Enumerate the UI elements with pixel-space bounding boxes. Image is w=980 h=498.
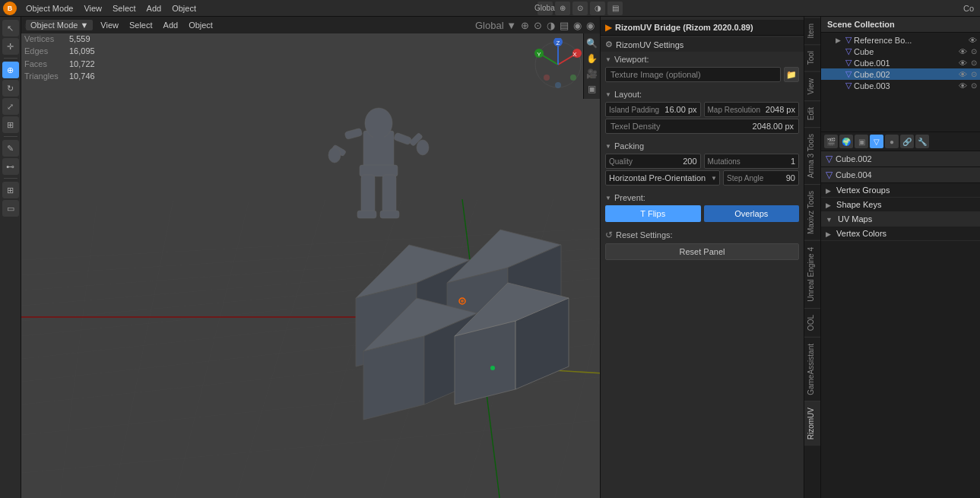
tab-item[interactable]: Item — [804, 17, 820, 44]
cube001-vis[interactable]: ⊙ — [971, 59, 977, 67]
box-select-tool[interactable]: ▭ — [2, 200, 19, 217]
measure-tool[interactable]: ⊷ — [2, 158, 19, 175]
navigation-gizmo[interactable]: X Y Z — [531, 38, 585, 91]
vp-mode-icon[interactable]: ◉ — [572, 19, 582, 32]
cube002-vis[interactable]: ⊙ — [971, 70, 977, 78]
folder-btn[interactable]: 📁 — [784, 67, 799, 82]
tab-gameassistant[interactable]: GameAssistant — [804, 337, 820, 401]
overlaps-btn[interactable]: Overlaps — [704, 205, 800, 222]
shape-keys-section[interactable]: ▶ Shape Keys — [821, 198, 980, 212]
add-menu[interactable]: Add — [160, 19, 182, 31]
cube-eye[interactable]: 👁 — [959, 47, 967, 56]
annotate-tool[interactable]: ✎ — [2, 140, 19, 157]
object-menu[interactable]: Object — [186, 19, 216, 31]
select-tool[interactable]: ↖ — [2, 20, 19, 36]
vertex-groups-section[interactable]: ▶ Vertex Groups — [821, 183, 980, 198]
props-material-icon[interactable]: ● — [885, 135, 899, 148]
move-tool[interactable]: ⊕ — [2, 62, 19, 78]
props-modifier-icon[interactable]: 🔧 — [915, 135, 929, 148]
svg-rect-28 — [373, 135, 384, 142]
snap-btn[interactable]: ⊕ — [555, 2, 570, 15]
vp-global-btn[interactable]: Global ▼ — [474, 19, 517, 32]
menu-add[interactable]: Add — [142, 2, 167, 14]
tree-item-cube[interactable]: ▽ Cube 👁 ⊙ — [821, 46, 980, 57]
props-world-icon[interactable]: 🌍 — [839, 135, 853, 148]
view-tool[interactable]: 🔍 — [585, 36, 599, 50]
orientation-select[interactable]: Horizontal Pre-Orientation — [605, 170, 720, 186]
orientation-wrapper[interactable]: Horizontal Pre-Orientation — [605, 170, 720, 186]
vp-snap-icon[interactable]: ⊕ — [520, 19, 530, 32]
tab-tool[interactable]: Tool — [804, 44, 820, 71]
cube002-label: Cube.002 — [854, 70, 956, 79]
render-tool[interactable]: ▣ — [585, 82, 599, 96]
vertex-colors-section[interactable]: ▶ Vertex Colors — [821, 227, 980, 241]
props-scene-icon[interactable]: 🎬 — [824, 135, 838, 148]
tree-item-ref[interactable]: ▶ ▽ Reference Bo... 👁 — [821, 34, 980, 46]
ref-eye[interactable]: 👁 — [969, 36, 977, 45]
packing-label: Packing — [605, 140, 799, 152]
mutations-field[interactable]: Mutations 1 — [704, 154, 800, 169]
cube003-eye[interactable]: 👁 — [959, 81, 967, 90]
rizom-panel-header: ▶ RizomUV Bridge (Rizom 2020.0.89) — [601, 20, 804, 36]
transform-tool[interactable]: ⊞ — [2, 116, 19, 133]
tree-item-cube002[interactable]: ▽ Cube.002 👁 ⊙ — [821, 68, 980, 80]
menu-object-mode[interactable]: Object Mode — [21, 2, 78, 14]
object-name-row2: ▽ Cube.004 — [821, 167, 980, 183]
cube-vis[interactable]: ⊙ — [971, 47, 977, 56]
tab-arma3[interactable]: Arma 3 Tools — [804, 127, 820, 184]
vp-overlay-icon[interactable]: ◑ — [546, 19, 556, 32]
svg-rect-29 — [344, 128, 363, 139]
props-data-icon[interactable]: ▽ — [870, 135, 883, 148]
reset-panel-btn[interactable]: Reset Panel — [605, 243, 799, 260]
selected-object-name: Cube.002 — [836, 154, 872, 163]
cube001-eye[interactable]: 👁 — [959, 59, 967, 68]
menu-select[interactable]: Select — [108, 2, 141, 14]
tree-item-cube001[interactable]: ▽ Cube.001 👁 ⊙ — [821, 57, 980, 68]
tab-edit[interactable]: Edit — [804, 100, 820, 126]
step-angle-field[interactable]: Step Angle 90 — [723, 170, 799, 186]
vp-material-icon[interactable]: ◉ — [585, 19, 595, 32]
tab-unreal[interactable]: Unreal Engine 4 — [804, 240, 820, 308]
tab-view[interactable]: View — [804, 71, 820, 101]
cube003-vis[interactable]: ⊙ — [971, 81, 977, 90]
svg-point-27 — [365, 108, 392, 138]
cube002-eye[interactable]: 👁 — [959, 70, 967, 79]
menu-object[interactable]: Object — [167, 2, 201, 14]
tab-maxivz[interactable]: Maxivz Tools — [804, 184, 820, 240]
map-resolution-field[interactable]: Map Resolution 2048 px — [704, 102, 800, 117]
viewport-mode-dropdown[interactable]: Object Mode ▼ — [26, 20, 93, 30]
vertical-tabs: Item Tool View Edit Arma 3 Tools Maxivz … — [804, 17, 820, 498]
scene-collection-header: Scene Collection — [821, 17, 980, 33]
select-menu[interactable]: Select — [126, 19, 156, 31]
view-menu[interactable]: View — [97, 19, 122, 31]
rotate-tool[interactable]: ↻ — [2, 80, 19, 97]
uv-maps-section[interactable]: ▼ UV Maps — [821, 212, 980, 227]
vp-proportional-icon[interactable]: ⊙ — [533, 19, 543, 32]
tree-item-cube003[interactable]: ▽ Cube.003 👁 ⊙ — [821, 80, 980, 91]
ref-arrow: ▶ — [836, 36, 843, 44]
quality-label: Quality — [609, 157, 633, 166]
island-padding-field[interactable]: Island Padding 16.00 px — [605, 102, 701, 117]
xray-btn[interactable]: ▤ — [607, 2, 623, 15]
t-flips-btn[interactable]: T Flips — [605, 205, 701, 222]
tab-ool[interactable]: OOL — [804, 308, 820, 337]
viewport[interactable]: Object Mode ▼ View Select Add Object Glo… — [21, 17, 600, 498]
overlay-btn[interactable]: ◑ — [590, 2, 605, 15]
cube-label: Cube — [854, 47, 956, 56]
quality-field[interactable]: Quality 200 — [605, 154, 701, 169]
texture-input[interactable]: Texture Image (optional) — [605, 67, 781, 82]
viewport-mode-btn[interactable]: Global — [538, 2, 553, 15]
tab-rizomuv[interactable]: RizomUV — [804, 401, 820, 446]
add-tool[interactable]: ⊞ — [2, 182, 19, 198]
scale-tool[interactable]: ⤢ — [2, 98, 19, 115]
props-obj-icon[interactable]: ▣ — [855, 135, 868, 148]
vp-xray-icon[interactable]: ▤ — [559, 19, 569, 32]
pan-tool[interactable]: ✋ — [585, 52, 599, 65]
texel-density-field[interactable]: Texel Density 2048.00 px — [605, 119, 799, 134]
props-constraint-icon[interactable]: 🔗 — [900, 135, 914, 148]
proportional-btn[interactable]: ⊙ — [572, 2, 588, 15]
camera-tool[interactable]: 🎥 — [585, 67, 599, 81]
cube-icon: ▽ — [845, 46, 852, 56]
cursor-tool[interactable]: ✛ — [2, 38, 19, 55]
menu-view[interactable]: View — [79, 2, 106, 14]
